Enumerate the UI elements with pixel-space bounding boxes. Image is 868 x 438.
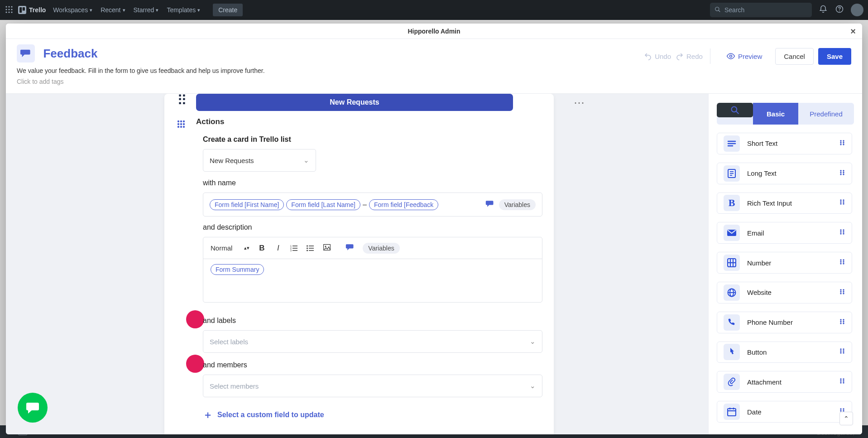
drag-handle-icon[interactable] (839, 199, 845, 207)
field-type-label: Date (747, 408, 832, 416)
svg-point-47 (840, 142, 841, 143)
field-type-item[interactable]: Long Text (717, 163, 852, 184)
svg-point-39 (325, 245, 326, 247)
field-type-item[interactable]: Short Text (717, 133, 852, 154)
drag-handle-icon[interactable] (839, 259, 845, 267)
field-search-tab[interactable] (717, 103, 753, 117)
svg-point-110 (843, 382, 844, 384)
svg-point-79 (843, 259, 844, 260)
field-type-item[interactable]: Phone Number (717, 312, 852, 333)
submit-button-preview[interactable]: New Requests (196, 94, 513, 111)
add-custom-field-button[interactable]: ＋ Select a custom field to update (203, 408, 324, 422)
search-input[interactable]: Search (710, 3, 812, 17)
svg-point-97 (840, 322, 841, 324)
variables-chip[interactable]: Variables (363, 243, 399, 254)
modal-title: Hipporello Admin (408, 28, 460, 35)
save-label: Save (827, 53, 843, 60)
avatar[interactable] (851, 4, 863, 16)
field-type-item[interactable]: Email (717, 222, 852, 244)
clip-icon (724, 374, 740, 390)
field-type-item[interactable]: Date (717, 401, 852, 423)
apps-grip-icon[interactable] (5, 6, 14, 14)
menu-workspaces[interactable]: Workspaces▾ (53, 6, 92, 14)
help-icon[interactable] (834, 5, 844, 16)
image-icon[interactable] (323, 244, 331, 253)
drag-handle-icon[interactable] (839, 348, 845, 356)
close-icon[interactable]: × (849, 27, 858, 36)
tags-hint[interactable]: Click to add tags (17, 78, 644, 85)
page-subtitle[interactable]: We value your feedback. Fill in the form… (17, 67, 644, 74)
tab-predefined[interactable]: Predefined (798, 103, 854, 125)
bullet-list-icon[interactable] (307, 245, 315, 251)
redo-button[interactable]: Redo (676, 52, 703, 60)
and-description-label: and description (203, 223, 542, 231)
svg-point-37 (307, 250, 308, 251)
field-type-item[interactable]: BRich Text Input (717, 193, 852, 214)
field-type-label: Attachment (747, 378, 832, 386)
variables-chip[interactable]: Variables (499, 199, 536, 210)
svg-point-63 (840, 202, 841, 203)
page-title[interactable]: Feedback (43, 47, 97, 61)
svg-point-64 (843, 202, 844, 203)
members-placeholder: Select members (210, 382, 259, 390)
svg-point-66 (843, 203, 844, 205)
insert-variable-icon[interactable] (345, 243, 355, 253)
chevron-down-icon: ▾ (123, 7, 125, 13)
menu-templates[interactable]: Templates▾ (167, 6, 200, 14)
field-type-item[interactable]: Number (717, 252, 852, 274)
field-type-item[interactable]: Attachment (717, 371, 852, 393)
bold-icon[interactable]: B (258, 244, 266, 253)
svg-point-107 (840, 380, 841, 382)
drag-handle-icon[interactable] (839, 229, 845, 237)
tab-basic[interactable]: Basic (753, 103, 798, 125)
drag-handle-icon[interactable] (839, 318, 845, 327)
field-type-item[interactable]: Button (717, 342, 852, 363)
menu-starred[interactable]: Starred▾ (134, 6, 159, 14)
drag-handle-icon[interactable] (173, 116, 189, 132)
variable-pill[interactable]: Form Summary (211, 264, 264, 275)
drag-handle-icon[interactable] (839, 140, 845, 148)
menu-recent[interactable]: Recent▾ (101, 6, 125, 14)
description-editor[interactable]: Normal▴▾ B I 123 Variables (203, 237, 542, 303)
create-button[interactable]: Create (213, 4, 243, 16)
svg-text:3: 3 (290, 249, 292, 251)
trello-logo[interactable]: Trello (18, 6, 46, 14)
menu-workspaces-label: Workspaces (53, 6, 88, 14)
more-icon[interactable]: ⋯ (574, 96, 585, 109)
chat-fab[interactable] (18, 393, 48, 423)
cancel-button[interactable]: Cancel (775, 48, 814, 65)
variable-pill[interactable]: Form field [First Name] (210, 199, 284, 210)
svg-point-116 (843, 408, 844, 409)
drag-handle-icon[interactable] (839, 169, 845, 178)
plus-icon: ＋ (203, 408, 213, 422)
svg-point-108 (843, 380, 844, 382)
tab-predefined-label: Predefined (810, 110, 843, 118)
drag-handle-icon[interactable] (839, 289, 845, 297)
preview-button[interactable]: Preview (718, 47, 771, 65)
form-icon (17, 44, 35, 63)
svg-point-21 (180, 123, 182, 125)
drag-handle-icon[interactable]: ⠿ (173, 94, 189, 108)
undo-button[interactable]: Undo (644, 52, 671, 60)
actions-heading: Actions (196, 117, 224, 126)
format-select[interactable]: Normal▴▾ (211, 244, 249, 252)
list-select[interactable]: New Requests ⌄ (203, 149, 316, 172)
card-name-input[interactable]: Form field [First Name] Form field [Last… (203, 193, 542, 217)
field-type-item[interactable]: Website (717, 282, 852, 303)
members-select[interactable]: Select members ⌄ (203, 375, 542, 397)
scroll-up-button[interactable]: ⌃ (839, 412, 853, 425)
save-button[interactable]: Save (818, 48, 851, 65)
annotation-marker (186, 310, 204, 328)
variable-pill[interactable]: Form field [Feedback (369, 199, 439, 210)
drag-handle-icon[interactable] (839, 378, 845, 386)
labels-select[interactable]: Select labels ⌄ (203, 330, 542, 353)
ordered-list-icon[interactable]: 123 (290, 245, 298, 251)
insert-variable-icon[interactable] (485, 200, 494, 210)
notifications-icon[interactable] (818, 5, 828, 16)
variable-pill[interactable]: Form field [Last Name] (286, 199, 360, 210)
italic-icon[interactable]: I (274, 244, 282, 253)
svg-point-1 (8, 6, 10, 7)
svg-point-102 (843, 351, 844, 352)
svg-point-24 (180, 126, 182, 128)
num-icon (724, 255, 740, 271)
